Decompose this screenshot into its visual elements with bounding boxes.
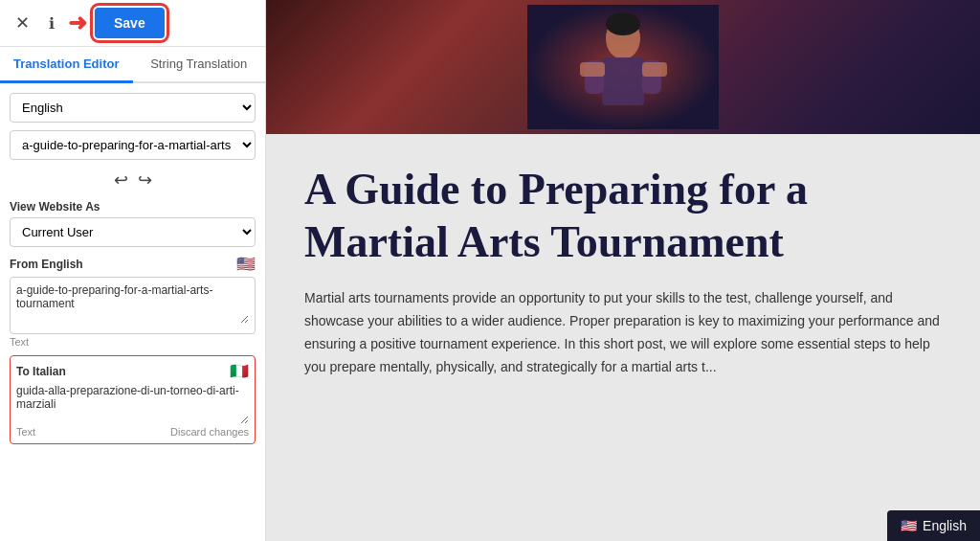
svg-rect-6 — [642, 62, 667, 77]
info-button[interactable]: ℹ — [43, 12, 60, 34]
save-button[interactable]: Save — [95, 8, 165, 38]
view-website-as-select[interactable]: Current User — [10, 217, 256, 247]
from-label: From English 🇺🇸 — [10, 255, 256, 273]
left-panel: ✕ ℹ ➜ Save Translation Editor String Tra… — [0, 0, 266, 541]
panel-body: English a-guide-to-preparing-for-a-marti… — [0, 83, 265, 541]
preview-hero — [266, 0, 980, 134]
svg-rect-2 — [602, 57, 644, 105]
to-flag-icon: 🇮🇹 — [230, 362, 249, 380]
save-wrapper: Save — [95, 8, 165, 38]
view-website-as-label: View Website As — [10, 200, 256, 214]
close-button[interactable]: ✕ — [10, 11, 35, 35]
tabs-bar: Translation Editor String Translation — [0, 47, 265, 83]
from-text-input[interactable]: a-guide-to-preparing-for-a-martial-arts-… — [16, 283, 249, 324]
right-panel: A Guide to Preparing for a Martial Arts … — [266, 0, 980, 541]
to-sub-label: Text — [16, 426, 35, 438]
tab-translation-editor[interactable]: Translation Editor — [0, 47, 133, 83]
language-badge[interactable]: 🇺🇸 English — [887, 510, 980, 541]
redo-button[interactable]: ↪ — [138, 169, 152, 191]
from-value-box: a-guide-to-preparing-for-a-martial-arts-… — [10, 277, 256, 334]
top-bar: ✕ ℹ ➜ Save — [0, 0, 265, 47]
lang-badge-label: English — [923, 518, 967, 533]
lang-badge-flag: 🇺🇸 — [901, 518, 917, 533]
hero-image — [527, 5, 719, 129]
hero-overlay — [266, 0, 980, 134]
undo-button[interactable]: ↩ — [114, 169, 128, 191]
from-flag-icon: 🇺🇸 — [236, 255, 256, 273]
from-section: From English 🇺🇸 a-guide-to-preparing-for… — [10, 255, 256, 348]
preview-content: A Guide to Preparing for a Martial Arts … — [266, 134, 980, 541]
to-text-input[interactable]: guida-alla-preparazione-di-un-torneo-di-… — [16, 384, 249, 424]
svg-rect-5 — [580, 62, 605, 77]
to-label: To Italian 🇮🇹 — [16, 362, 249, 380]
from-sub-label: Text — [10, 336, 256, 348]
undo-redo-bar: ↩ ↪ — [10, 168, 256, 192]
tab-string-translation[interactable]: String Translation — [133, 47, 266, 83]
language-select[interactable]: English — [10, 93, 256, 123]
slug-select[interactable]: a-guide-to-preparing-for-a-martial-arts-… — [10, 130, 256, 160]
view-website-as-section: View Website As Current User — [10, 200, 256, 247]
arrow-to-save-icon: ➜ — [68, 10, 87, 36]
to-bottom-row: Text Discard changes — [16, 426, 249, 438]
to-section: To Italian 🇮🇹 guida-alla-preparazione-di… — [10, 355, 256, 444]
to-section-wrapper: To Italian 🇮🇹 guida-alla-preparazione-di… — [10, 355, 256, 444]
preview-title: A Guide to Preparing for a Martial Arts … — [304, 163, 942, 268]
discard-changes-button[interactable]: Discard changes — [170, 426, 249, 438]
svg-point-7 — [606, 12, 640, 35]
preview-body: Martial arts tournaments provide an oppo… — [304, 287, 942, 378]
